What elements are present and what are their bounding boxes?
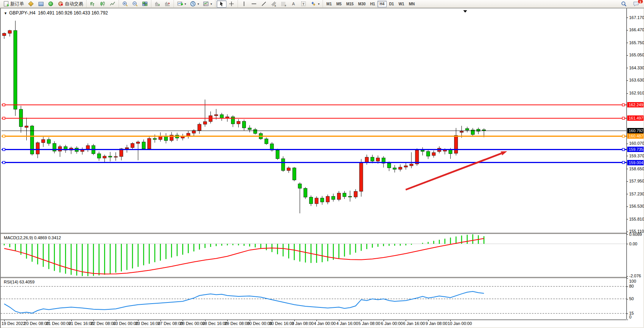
chart-ohlc-values: 160.491 160.926 160.433 160.792: [38, 10, 108, 16]
trend-arrow[interactable]: [406, 151, 507, 190]
metaeditor-button[interactable]: [26, 0, 36, 8]
autoscroll-button[interactable]: [153, 0, 162, 8]
arrows-icon: [310, 1, 316, 7]
bar-chart-icon: [90, 1, 96, 7]
text-label-tool-button[interactable]: T: [299, 0, 308, 8]
channel-tool-button[interactable]: E: [269, 0, 279, 8]
crosshair-tool-button[interactable]: [226, 0, 236, 8]
rsi-value: 63.4059: [19, 280, 35, 284]
time-tick-label: 30 Dec 00:00: [247, 321, 272, 326]
macd-axis-label: 0.00: [629, 242, 637, 246]
line-chart-type-button[interactable]: [108, 0, 117, 8]
timeframe-button-mn[interactable]: MN: [406, 1, 417, 7]
search-icon: [621, 1, 627, 7]
time-tick-label: 22 Dec 08:00: [91, 321, 116, 326]
price-tick-label: 165.050: [629, 53, 644, 58]
timeframe-button-w1[interactable]: W1: [396, 1, 406, 7]
time-tick-label: 4 Jan 16:00: [336, 321, 358, 326]
hline-tool-button[interactable]: [249, 0, 259, 8]
price-axis[interactable]: 167.170166.470165.750165.050164.330163.6…: [626, 8, 643, 319]
time-tick-label: 23 Dec 00:00: [113, 321, 138, 326]
price-chart-canvas[interactable]: [1, 8, 626, 233]
fibonacci-tool-button[interactable]: F: [279, 0, 289, 8]
macd-values: 0.4869 0.3412: [34, 235, 61, 240]
chart-shift-button[interactable]: [162, 0, 172, 8]
time-tick-label: 27 Dec 08:00: [158, 321, 183, 326]
timeframe-button-h1[interactable]: H1: [368, 1, 377, 7]
indicators-dropdown-arrow: ▾: [185, 2, 186, 6]
price-tick-label: 155.810: [629, 217, 644, 222]
signals-icon: [48, 1, 54, 7]
autotrading-button[interactable]: 自动交易: [56, 0, 85, 8]
time-tick-label: 21 Dec 16:00: [69, 321, 93, 326]
time-axis[interactable]: 19 Dec 202220 Dec 08:0021 Dec 00:0021 De…: [1, 320, 626, 327]
chart-title: ▼GBPJPY-,H4 160.491 160.926 160.433 160.…: [4, 10, 108, 16]
new-order-button[interactable]: 新订单: [1, 0, 26, 8]
price-tick-label: 157.230: [629, 192, 644, 197]
time-tick-label: 28 Dec 00:00: [180, 321, 205, 326]
macd-axis-label: -2.076: [629, 274, 641, 278]
templates-dropdown-arrow: ▾: [210, 2, 212, 6]
macd-panel-separator[interactable]: [1, 233, 626, 234]
rsi-label: RSI(14) 63.4059: [4, 280, 35, 284]
cursor-tool-button[interactable]: [217, 0, 226, 8]
price-line-tag: 159.004: [627, 160, 644, 165]
zoom-in-button[interactable]: [120, 0, 130, 8]
time-tick-label: 30 Dec 16:00: [269, 321, 294, 326]
zoom-in-icon: [122, 1, 128, 7]
cursor-icon: [218, 1, 225, 7]
text-label-icon: T: [300, 1, 307, 7]
text-tool-button[interactable]: A: [289, 0, 299, 8]
time-tick-label: 6 Jan 16:00: [403, 321, 425, 326]
time-tick-label: 9 Jan 08:00: [426, 321, 448, 326]
chart-collapse-icon[interactable]: ▼: [4, 11, 7, 15]
chart-shift-icon: [164, 1, 170, 7]
candlestick-icon: [100, 1, 106, 7]
macd-panel-canvas[interactable]: [1, 234, 626, 277]
price-line-tag: 161.497: [627, 115, 644, 121]
candlestick-type-button[interactable]: [98, 0, 108, 8]
zoom-out-button[interactable]: [130, 0, 140, 8]
vertical-line-icon: [241, 1, 247, 7]
vline-tool-button[interactable]: [239, 0, 249, 8]
timeframe-button-d1[interactable]: D1: [387, 1, 396, 7]
rsi-panel-canvas[interactable]: [1, 278, 626, 320]
chat-badge: 1: [638, 0, 643, 4]
tile-windows-button[interactable]: [140, 0, 150, 8]
price-tick-label: 163.630: [629, 78, 644, 83]
terminal-button[interactable]: [36, 0, 46, 8]
indicators-icon: [177, 1, 183, 7]
chart-shift-marker: [463, 10, 467, 13]
trendline-tool-button[interactable]: [259, 0, 269, 8]
time-tick-label: 28 Dec 16:00: [202, 321, 227, 326]
price-tick-label: 162.910: [629, 91, 644, 96]
arrows-tool-button[interactable]: ▾: [308, 0, 321, 8]
time-tick-label: 6 Jan 00:00: [381, 321, 403, 326]
timeframe-button-m1[interactable]: M1: [324, 1, 334, 7]
timeframe-button-h4[interactable]: H4: [377, 1, 387, 7]
templates-button[interactable]: ▾: [201, 0, 214, 8]
price-line-tag: 160.487: [627, 133, 644, 139]
svg-text:E: E: [275, 5, 276, 7]
svg-text:A: A: [292, 2, 295, 6]
bar-chart-type-button[interactable]: [88, 0, 98, 8]
time-tick-label: 5 Jan 08:00: [358, 321, 381, 326]
timeframe-button-m5[interactable]: M5: [334, 1, 344, 7]
rsi-axis-label: 0: [629, 315, 631, 320]
macd-label: MACD(12,26,9) 0.4869 0.3412: [4, 235, 61, 240]
signals-button[interactable]: [46, 0, 56, 8]
indicators-button[interactable]: ▾: [175, 0, 188, 8]
time-tick-label: 20 Dec 08:00: [24, 321, 49, 326]
search-button[interactable]: [619, 0, 629, 8]
equidistant-channel-icon: E: [271, 1, 277, 7]
timeframe-button-m15[interactable]: M15: [344, 1, 356, 7]
rsi-panel-separator[interactable]: [1, 277, 626, 278]
price-tick-label: 164.330: [629, 66, 644, 70]
chat-button[interactable]: 1: [631, 0, 641, 8]
time-tick-label: 19 Dec 2022: [2, 321, 25, 326]
timeframe-buttons: M1M5M15M30H1H4D1W1MN: [323, 0, 418, 8]
time-tick-label: 10 Jan 00:00: [448, 321, 472, 326]
periods-button[interactable]: ▾: [188, 0, 201, 8]
timeframe-button-m30[interactable]: M30: [356, 1, 368, 7]
autoscroll-icon: [154, 1, 161, 7]
